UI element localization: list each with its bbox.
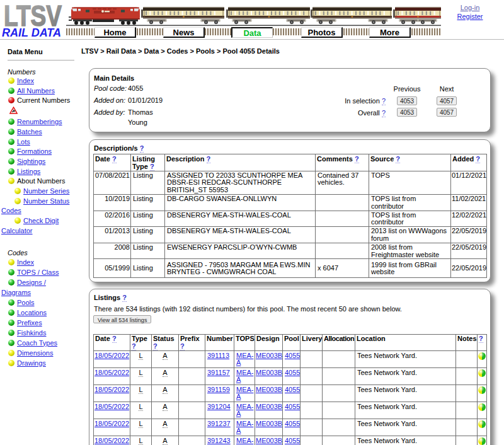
svg-text:LTSV: LTSV <box>4 4 62 26</box>
